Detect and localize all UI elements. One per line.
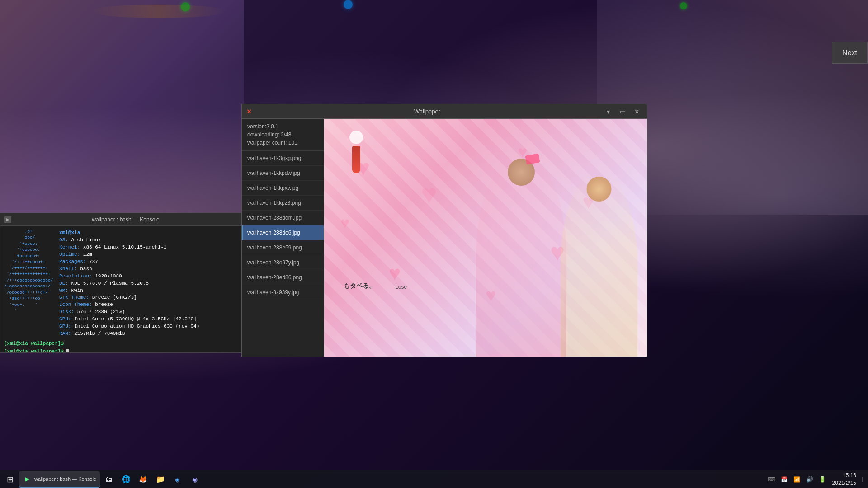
clock-date: 2021/2/15 [832, 479, 856, 487]
sysinfo-icon-theme: breeze [95, 302, 113, 307]
tray-icon-calendar[interactable]: 📅 [779, 474, 790, 485]
sysinfo-os: Arch Linux [71, 237, 101, 243]
terminal-prompt2: [xml@xia wallpaper]$ [4, 340, 237, 347]
tray-icon-network[interactable]: 📶 [792, 474, 802, 485]
wallpaper-list-item[interactable]: wallhaven-1kkpxv.jpg [242, 181, 324, 196]
taskbar-browser1-btn[interactable]: 🌐 [118, 471, 134, 488]
sysinfo-de: KDE 5.78.0 / Plasma 5.20.5 [71, 281, 149, 286]
show-desktop-btn[interactable]: | [861, 474, 864, 485]
preview-decoration [334, 131, 379, 194]
taskbar-browser2-btn[interactable]: 🦊 [135, 471, 151, 488]
wallpaper-list-item[interactable]: wallhaven-1kkpz3.png [242, 196, 324, 211]
wallpaper-list-item[interactable]: wallhaven-1k3gxg.png [242, 151, 324, 166]
wallpaper-preview: ♥ ♥ ♥ ♥ ♥ ♥ ♥ ♥ もタベる。 [324, 119, 647, 357]
terminal-icon: ▶ [4, 216, 11, 223]
version-label: version:2.0.1 [247, 123, 318, 130]
terminal-taskbar-icon: ▶ [23, 474, 32, 483]
terminal-window: ▶ wallpaper : bash — Konsole .o+` `ooo/ … [0, 213, 241, 353]
sysinfo-packages: 737 [89, 259, 98, 264]
wallpaper-list-panel: version:2.0.1 downloading: 2/48 wallpape… [242, 119, 324, 357]
terminal-title: wallpaper : bash — Konsole [14, 216, 237, 223]
preview-image-container: ♥ ♥ ♥ ♥ ♥ ♥ ♥ ♥ もタベる。 [324, 119, 647, 357]
taskbar-left: ⊞ ▶ wallpaper : bash — Konsole 🗂 🌐 🦊 📁 ◈… [0, 471, 203, 488]
taskbar-app-terminal[interactable]: ▶ wallpaper : bash — Konsole [19, 471, 100, 488]
wallpaper-list-item[interactable]: wallhaven-3z939y.jpg [242, 285, 324, 300]
wallpaper-info: version:2.0.1 downloading: 2/48 wallpape… [242, 119, 324, 151]
wallpaper-list-item[interactable]: wallhaven-288e59.png [242, 240, 324, 255]
tray-icon-sound[interactable]: 🔊 [804, 474, 815, 485]
preview-title-text: もタベる。 [344, 282, 375, 290]
clock[interactable]: 15:16 2021/2/15 [830, 472, 859, 487]
sysinfo-kernel: x86_64 Linux 5.10.15-arch1-1 [83, 244, 167, 250]
sysinfo-ram: 2157MiB / 7840MiB [74, 331, 125, 336]
downloading-label: downloading: 2/48 [247, 131, 318, 138]
sysinfo-wm: KWin [71, 288, 83, 293]
sysinfo-gpu: Intel Corporation HD Graphics 630 (rev 0… [74, 324, 199, 329]
taskbar-folder-btn[interactable]: 📁 [152, 471, 169, 488]
sysinfo-cpu: Intel Core i5-7300HQ @ 4x 3.5GHz [42.0°C… [74, 316, 197, 322]
wallpaper-titlebar[interactable]: ✕ Wallpaper ▾ ▭ ✕ [242, 104, 647, 119]
wallpaper-list-item[interactable]: wallhaven-288de6.jpg [242, 225, 324, 240]
preview-char2 [561, 171, 637, 357]
sysinfo-resolution: 868x488 [95, 273, 122, 279]
wallpaper-list-item[interactable]: wallhaven-288ddm.jpg [242, 211, 324, 225]
taskbar-terminal-label: wallpaper : bash — Konsole [34, 476, 96, 482]
wallpaper-list-item[interactable]: wallhaven-28ed86.png [242, 270, 324, 285]
sysinfo-gtk: Breeze [GTK2/3] [92, 295, 137, 300]
next-button[interactable]: Next [832, 42, 868, 64]
taskbar-app1-btn[interactable]: ◈ [170, 471, 186, 488]
wallpaper-file-list: wallhaven-1k3gxg.pngwallhaven-1kkpdw.jpg… [242, 151, 324, 300]
wallpaper-window: ✕ Wallpaper ▾ ▭ ✕ version:2.0.1 download… [241, 104, 647, 357]
terminal-titlebar[interactable]: ▶ wallpaper : bash — Konsole [0, 213, 241, 226]
minimize-button[interactable]: ▾ [603, 107, 613, 116]
close-button[interactable]: ✕ [632, 107, 642, 116]
wallpaper-list-item[interactable]: wallhaven-1kkpdw.jpg [242, 166, 324, 181]
terminal-prompt3: [xml@xia wallpaper]$ [4, 348, 64, 352]
sysinfo-disk: 576 / 288G (21%) [77, 309, 125, 314]
taskbar-right: ⌨ 📅 📶 🔊 🔋 15:16 2021/2/15 | [766, 472, 868, 487]
wallpaper-title: Wallpaper [255, 108, 599, 115]
taskbar: ⊞ ▶ wallpaper : bash — Konsole 🗂 🌐 🦊 📁 ◈… [0, 470, 868, 488]
terminal-content: .o+` `ooo/ `+oooo: `+oooooo: -+oooooo+: … [0, 226, 241, 352]
tray-icon-1[interactable]: ⌨ [766, 474, 777, 485]
clock-time: 15:16 [843, 472, 856, 479]
preview-subtitle: Lose [395, 284, 407, 290]
wallpaper-list-item[interactable]: wallhaven-28e97y.jpg [242, 255, 324, 270]
wallpaper-body: version:2.0.1 downloading: 2/48 wallpape… [242, 119, 647, 357]
sysinfo-shell: bash [80, 266, 92, 272]
tray-icon-battery[interactable]: 🔋 [817, 474, 828, 485]
maximize-button[interactable]: ▭ [617, 107, 628, 116]
taskbar-files-btn[interactable]: 🗂 [101, 471, 117, 488]
count-label: wallpaper count: 101. [247, 140, 318, 146]
start-button[interactable]: ⊞ [2, 471, 18, 488]
sysinfo-uptime: 12m [83, 252, 92, 257]
taskbar-app2-btn[interactable]: ◉ [187, 471, 203, 488]
preview-bg: ♥ ♥ ♥ ♥ ♥ ♥ ♥ ♥ もタベる。 [324, 119, 647, 357]
cursor [66, 349, 69, 352]
preview-char1 [476, 155, 566, 357]
wallpaper-app-icon: ✕ [246, 108, 252, 115]
